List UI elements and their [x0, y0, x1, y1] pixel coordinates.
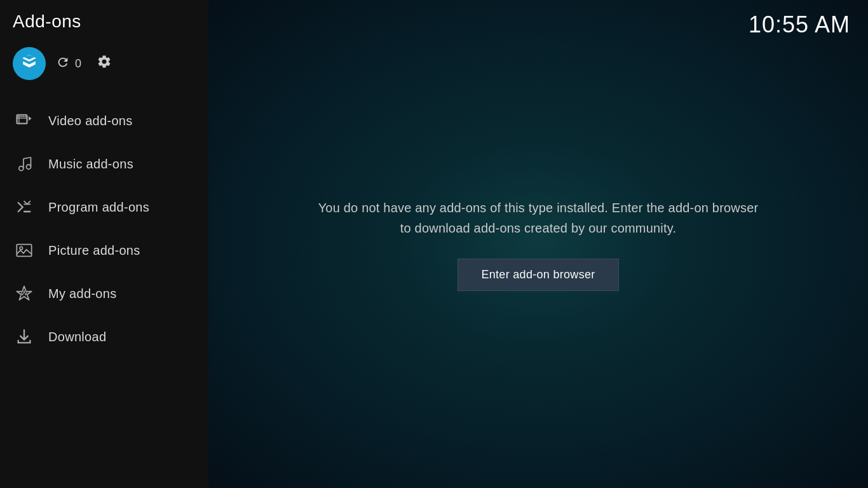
sidebar-item-my-addons-label: My add-ons: [48, 287, 117, 301]
music-icon: [13, 152, 36, 175]
sidebar-item-picture-addons[interactable]: Picture add-ons: [0, 229, 208, 272]
sidebar-item-program-addons[interactable]: Program add-ons: [0, 186, 208, 229]
sidebar-item-music-addons[interactable]: Music add-ons: [0, 142, 208, 186]
svg-point-9: [19, 166, 24, 171]
sidebar-nav: Video add-ons Music add-ons: [0, 93, 208, 488]
video-icon: [13, 109, 36, 132]
svg-point-10: [27, 165, 31, 169]
sidebar-item-picture-addons-label: Picture add-ons: [48, 243, 140, 258]
sidebar-item-music-addons-label: Music add-ons: [48, 157, 133, 172]
picture-icon: [13, 239, 36, 262]
sidebar: Add-ons 0: [0, 0, 208, 488]
empty-message: You do not have any add-ons of this type…: [316, 198, 761, 238]
sidebar-item-video-addons[interactable]: Video add-ons: [0, 99, 208, 142]
refresh-group[interactable]: 0: [56, 55, 81, 72]
box-icon: [21, 53, 37, 74]
svg-marker-8: [29, 116, 32, 121]
content-center: You do not have any add-ons of this type…: [208, 0, 868, 488]
main-content: 10:55 AM You do not have any add-ons of …: [208, 0, 868, 488]
time-display: 10:55 AM: [749, 11, 850, 38]
sidebar-item-my-addons[interactable]: My add-ons: [0, 272, 208, 315]
my-addons-icon: [13, 282, 36, 305]
svg-line-13: [24, 158, 31, 159]
svg-rect-16: [17, 245, 31, 257]
sidebar-item-program-addons-label: Program add-ons: [48, 200, 149, 215]
download-icon: [13, 325, 36, 348]
svg-point-17: [20, 247, 23, 250]
enter-addon-browser-button[interactable]: Enter add-on browser: [458, 259, 618, 291]
sidebar-item-video-addons-label: Video add-ons: [48, 114, 133, 128]
sidebar-item-download[interactable]: Download: [0, 315, 208, 358]
sidebar-item-download-label: Download: [48, 330, 106, 344]
settings-icon[interactable]: [97, 54, 112, 73]
sidebar-controls: 0: [0, 38, 208, 93]
addon-icon-button[interactable]: [13, 47, 46, 80]
refresh-icon: [56, 55, 70, 72]
sidebar-header: Add-ons: [0, 0, 208, 38]
refresh-count: 0: [75, 57, 81, 71]
program-icon: [13, 196, 36, 219]
sidebar-title: Add-ons: [13, 11, 81, 31]
